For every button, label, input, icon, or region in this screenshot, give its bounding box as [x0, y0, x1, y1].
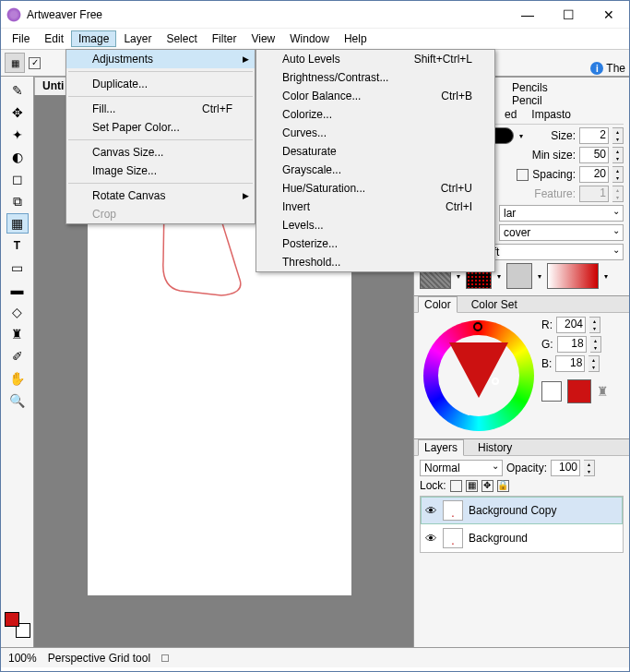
menu-help[interactable]: Help [337, 30, 374, 47]
info-hint[interactable]: i The [590, 62, 625, 75]
b-input[interactable]: 18 [555, 355, 585, 372]
g-input[interactable]: 18 [557, 336, 587, 353]
lock-transparent[interactable] [450, 480, 462, 492]
spacing-spinner[interactable]: ▴▾ [612, 166, 624, 183]
minsize-input[interactable]: 50 [579, 147, 609, 163]
cover-select[interactable]: cover [499, 224, 624, 241]
maximize-button[interactable]: ☐ [548, 1, 588, 29]
color-swatches[interactable] [5, 612, 30, 638]
gradient-swatch[interactable] [547, 263, 599, 289]
current-color-swatch[interactable] [567, 379, 591, 403]
menu-color-balance[interactable]: Color Balance...Ctrl+B [256, 87, 494, 105]
menu-fill[interactable]: Fill...Ctrl+F [66, 100, 255, 118]
menu-threshold[interactable]: Threshold... [256, 253, 494, 271]
lasso-tool[interactable]: ◐ [6, 147, 29, 167]
minsize-spinner[interactable]: ▴▾ [612, 147, 624, 163]
foreground-color-swatch[interactable] [5, 612, 19, 627]
layers-tab[interactable]: Layers [418, 439, 464, 456]
menu-adjustments[interactable]: Adjustments▶ [66, 50, 255, 68]
menu-set-paper-color[interactable]: Set Paper Color... [66, 118, 255, 137]
stamp-icon[interactable]: ♜ [597, 384, 609, 399]
sv-triangle-marker[interactable] [492, 378, 499, 385]
chevron-down-icon[interactable]: ▾ [517, 132, 525, 140]
visibility-icon[interactable]: 👁 [425, 532, 437, 546]
size-spinner[interactable]: ▴▾ [612, 127, 624, 144]
menu-invert[interactable]: InvertCtrl+I [256, 198, 494, 216]
zoom-level[interactable]: 100% [8, 652, 37, 665]
menu-select[interactable]: Select [159, 30, 204, 47]
menu-hue-saturation[interactable]: Hue/Saturation...Ctrl+U [256, 179, 494, 198]
brush-tool[interactable]: ✎ [6, 80, 29, 101]
shape-tool[interactable]: ◻ [6, 169, 29, 189]
brush-tab-impasto[interactable]: Impasto [526, 107, 577, 122]
toolbar-checkbox[interactable]: ✓ [29, 57, 41, 69]
menu-layer[interactable]: Layer [116, 30, 159, 47]
menu-edit[interactable]: Edit [37, 30, 71, 47]
blend-mode-select[interactable]: Normal [420, 460, 503, 476]
zoom-tool[interactable]: 🔍 [6, 390, 29, 411]
wand-tool[interactable]: ✦ [6, 125, 29, 145]
eyedropper-tool[interactable]: ✐ [6, 346, 29, 366]
minimize-button[interactable]: — [507, 1, 548, 29]
lock-all[interactable]: 🔒 [497, 480, 509, 492]
hand-tool[interactable]: ✋ [6, 368, 29, 389]
white-swatch[interactable] [541, 381, 562, 402]
menu-colorize[interactable]: Colorize... [256, 105, 494, 124]
gradient-tool[interactable]: ▭ [6, 258, 29, 278]
chevron-down-icon[interactable]: ▾ [602, 272, 610, 281]
menu-rotate-canvas[interactable]: Rotate Canvas▶ [66, 186, 255, 205]
r-spinner[interactable]: ▴▾ [589, 317, 600, 333]
layer-row[interactable]: 👁 Background [421, 524, 623, 552]
perspective-grid-tool[interactable]: ▦ [6, 213, 29, 234]
fill-tool[interactable]: ▬ [6, 280, 29, 300]
color-tab[interactable]: Color [418, 296, 458, 313]
layer-row[interactable]: 👁 Background Copy [421, 497, 623, 524]
size-input[interactable]: 2 [579, 127, 609, 144]
close-button[interactable]: ✕ [588, 1, 629, 29]
shape-select[interactable]: lar [499, 205, 624, 222]
menu-canvas-size[interactable]: Canvas Size... [66, 143, 255, 162]
menu-levels[interactable]: Levels... [256, 216, 494, 234]
eraser-tool[interactable]: ◇ [6, 302, 29, 322]
menu-posterize[interactable]: Posterize... [256, 234, 494, 253]
lock-position[interactable]: ✥ [481, 480, 493, 492]
menu-brightness-contrast[interactable]: Brightness/Contrast... [256, 68, 494, 87]
crop-tool[interactable]: ⧉ [6, 191, 29, 211]
text-tool[interactable]: T [6, 235, 29, 256]
pattern-swatch[interactable] [506, 263, 532, 289]
menu-desaturate[interactable]: Desaturate [256, 142, 494, 161]
color-wheel[interactable] [423, 320, 534, 431]
menu-auto-levels[interactable]: Auto LevelsShift+Ctrl+L [256, 50, 494, 68]
menu-duplicate[interactable]: Duplicate... [66, 75, 255, 93]
menu-filter[interactable]: Filter [205, 30, 244, 47]
move-tool[interactable]: ✥ [6, 102, 29, 123]
menu-grayscale[interactable]: Grayscale... [256, 161, 494, 179]
g-spinner[interactable]: ▴▾ [590, 336, 601, 353]
r-input[interactable]: 204 [556, 317, 586, 333]
menu-file[interactable]: File [5, 30, 37, 47]
stamp-tool[interactable]: ♜ [6, 324, 29, 344]
grid-tool-icon[interactable]: ▦ [5, 53, 25, 73]
spacing-checkbox[interactable] [517, 169, 529, 181]
lock-image[interactable]: ▦ [466, 480, 478, 492]
opacity-spinner[interactable]: ▴▾ [584, 460, 595, 476]
brush-tab-ed[interactable]: ed [499, 107, 522, 122]
hue-ring-marker[interactable] [473, 322, 482, 331]
chevron-down-icon[interactable]: ▾ [536, 272, 543, 281]
layer-name[interactable]: Background Copy [469, 504, 556, 517]
spacing-input[interactable]: 20 [579, 166, 609, 183]
visibility-icon[interactable]: 👁 [425, 504, 437, 518]
category-select[interactable]: Soft [475, 244, 624, 260]
menu-curves[interactable]: Curves... [256, 124, 494, 142]
menu-view[interactable]: View [244, 30, 282, 47]
b-spinner[interactable]: ▴▾ [588, 355, 600, 372]
history-tab[interactable]: History [471, 439, 518, 456]
chevron-down-icon[interactable]: ▾ [495, 272, 503, 281]
menu-image-size[interactable]: Image Size... [66, 162, 255, 180]
opacity-input[interactable]: 100 [551, 460, 580, 476]
layer-name[interactable]: Background [469, 532, 528, 545]
menu-window[interactable]: Window [282, 30, 337, 47]
chevron-down-icon[interactable]: ▾ [455, 272, 462, 281]
color-set-tab[interactable]: Color Set [465, 296, 524, 313]
menu-image[interactable]: Image [71, 30, 116, 47]
